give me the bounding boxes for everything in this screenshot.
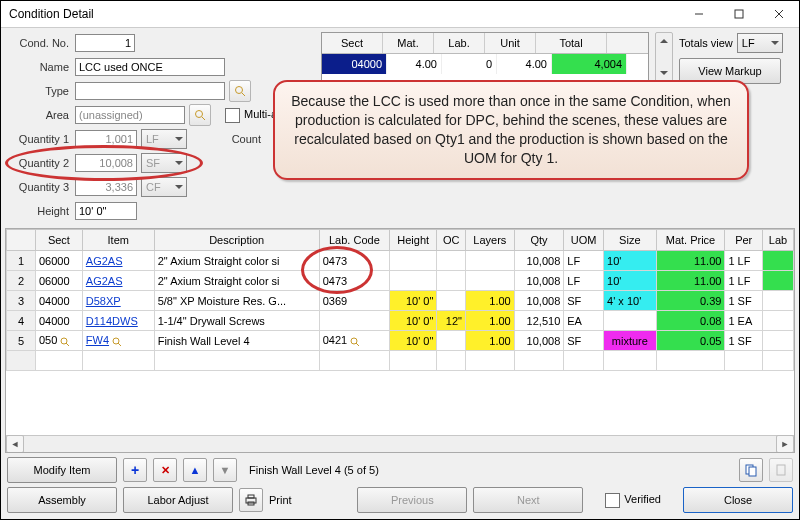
- item-link[interactable]: D58XP: [86, 295, 121, 307]
- grid-col-header[interactable]: UOM: [564, 230, 604, 251]
- table-row[interactable]: 404000D114DWS1-1/4" Drywall Screws10' 0"…: [7, 311, 794, 331]
- qty2-label: Quantity 2: [5, 157, 75, 169]
- cell-labcode: [319, 311, 389, 331]
- mini-col-mat[interactable]: Mat.: [383, 33, 434, 53]
- row-number: 4: [7, 311, 36, 331]
- print-label: Print: [269, 494, 292, 506]
- maximize-button[interactable]: [719, 1, 759, 27]
- grid-col-header[interactable]: Per: [725, 230, 763, 251]
- grid-col-header[interactable]: Lab. Code: [319, 230, 389, 251]
- cell-lab: [763, 251, 794, 271]
- grid-col-header[interactable]: Lab: [763, 230, 794, 251]
- qty2-input[interactable]: [75, 154, 137, 172]
- mini-col-total[interactable]: Total: [536, 33, 607, 53]
- cond-no-input[interactable]: [75, 34, 135, 52]
- item-link[interactable]: AG2AS: [86, 255, 123, 267]
- assembly-button[interactable]: Assembly: [7, 487, 117, 513]
- move-up-button[interactable]: ▲: [183, 458, 207, 482]
- item-link[interactable]: FW4: [86, 334, 109, 346]
- qty3-uom-select[interactable]: CF: [141, 177, 187, 197]
- svg-line-9: [66, 343, 69, 346]
- grid-col-header[interactable]: Mat. Price: [656, 230, 725, 251]
- previous-button[interactable]: Previous: [357, 487, 467, 513]
- mini-row[interactable]: 04000 4.00 0 4.00 4,004: [322, 54, 648, 74]
- area-input[interactable]: [75, 106, 185, 124]
- cell-size: 10': [604, 271, 656, 291]
- totals-view-select[interactable]: LF: [737, 33, 783, 53]
- table-row[interactable]: 106000AG2AS2" Axium Straight color si047…: [7, 251, 794, 271]
- cell-labcode: 0473: [319, 271, 389, 291]
- grid-col-header[interactable]: Item: [82, 230, 154, 251]
- qty3-input[interactable]: [75, 178, 137, 196]
- paste-button[interactable]: [769, 458, 793, 482]
- cell-uom: SF: [564, 331, 604, 351]
- plus-icon: +: [131, 462, 139, 478]
- grid-col-header[interactable]: Sect: [36, 230, 83, 251]
- cell-height: [390, 251, 437, 271]
- mini-col-lab[interactable]: Lab.: [434, 33, 485, 53]
- modify-item-button[interactable]: Modify Item: [7, 457, 117, 483]
- cell-per: 1 EA: [725, 311, 763, 331]
- qty2-uom-select[interactable]: SF: [141, 153, 187, 173]
- qty1-label: Quantity 1: [5, 133, 75, 145]
- cell-per: 1 SF: [725, 291, 763, 311]
- name-label: Name: [5, 61, 75, 73]
- cell-height: 10' 0": [390, 311, 437, 331]
- table-row[interactable]: 206000AG2AS2" Axium Straight color si047…: [7, 271, 794, 291]
- verified-label: Verified: [624, 493, 661, 505]
- copy-button[interactable]: [739, 458, 763, 482]
- cell-size: [604, 311, 656, 331]
- svg-rect-18: [248, 495, 254, 498]
- multi-area-checkbox[interactable]: [225, 108, 240, 123]
- cell-sect: 050: [36, 331, 83, 351]
- cell-uom: SF: [564, 291, 604, 311]
- grid-col-header[interactable]: Height: [390, 230, 437, 251]
- cell-size: 4' x 10': [604, 291, 656, 311]
- titlebar: Condition Detail: [1, 1, 799, 28]
- area-lookup-button[interactable]: [189, 104, 211, 126]
- cell-layers: 1.00: [465, 291, 514, 311]
- qty1-uom-select[interactable]: LF: [141, 129, 187, 149]
- grid-col-header[interactable]: Qty: [514, 230, 564, 251]
- item-link[interactable]: D114DWS: [86, 315, 138, 327]
- down-arrow-icon: ▼: [220, 464, 231, 476]
- cell-labcode: 0473: [319, 251, 389, 271]
- svg-rect-1: [735, 10, 743, 18]
- cell-desc: 1-1/4" Drywall Screws: [154, 311, 319, 331]
- mini-scrollbar[interactable]: [655, 32, 673, 82]
- move-down-button[interactable]: ▼: [213, 458, 237, 482]
- delete-row-button[interactable]: ✕: [153, 458, 177, 482]
- labor-adjust-button[interactable]: Labor Adjust: [123, 487, 233, 513]
- cell-item: D114DWS: [82, 311, 154, 331]
- cell-desc: 5/8" XP Moisture Res. G...: [154, 291, 319, 311]
- window-title: Condition Detail: [9, 7, 679, 21]
- cell-uom: LF: [564, 251, 604, 271]
- grid-col-header[interactable]: [7, 230, 36, 251]
- mini-col-unit[interactable]: Unit: [485, 33, 536, 53]
- add-row-button[interactable]: +: [123, 458, 147, 482]
- table-row[interactable]: 5050 FW4 Finish Wall Level 40421 10' 0"1…: [7, 331, 794, 351]
- grid-col-header[interactable]: OC: [437, 230, 466, 251]
- item-link[interactable]: AG2AS: [86, 275, 123, 287]
- close-dialog-button[interactable]: Close: [683, 487, 793, 513]
- mini-col-sect[interactable]: Sect: [322, 33, 383, 53]
- cell-desc: 2" Axium Straight color si: [154, 271, 319, 291]
- minimize-button[interactable]: [679, 1, 719, 27]
- grid-col-header[interactable]: Layers: [465, 230, 514, 251]
- grid-col-header[interactable]: Size: [604, 230, 656, 251]
- print-icon-button[interactable]: [239, 488, 263, 512]
- verified-checkbox[interactable]: [605, 493, 620, 508]
- cell-oc: [437, 271, 466, 291]
- qty1-input[interactable]: [75, 130, 137, 148]
- type-input[interactable]: [75, 82, 225, 100]
- grid-col-header[interactable]: Description: [154, 230, 319, 251]
- svg-line-5: [242, 93, 245, 96]
- grid-h-scrollbar[interactable]: ◄►: [6, 435, 794, 452]
- svg-rect-16: [777, 465, 785, 475]
- close-button[interactable]: [759, 1, 799, 27]
- table-row[interactable]: 304000D58XP5/8" XP Moisture Res. G...036…: [7, 291, 794, 311]
- next-button[interactable]: Next: [473, 487, 583, 513]
- type-lookup-button[interactable]: [229, 80, 251, 102]
- name-input[interactable]: [75, 58, 225, 76]
- height-input[interactable]: [75, 202, 137, 220]
